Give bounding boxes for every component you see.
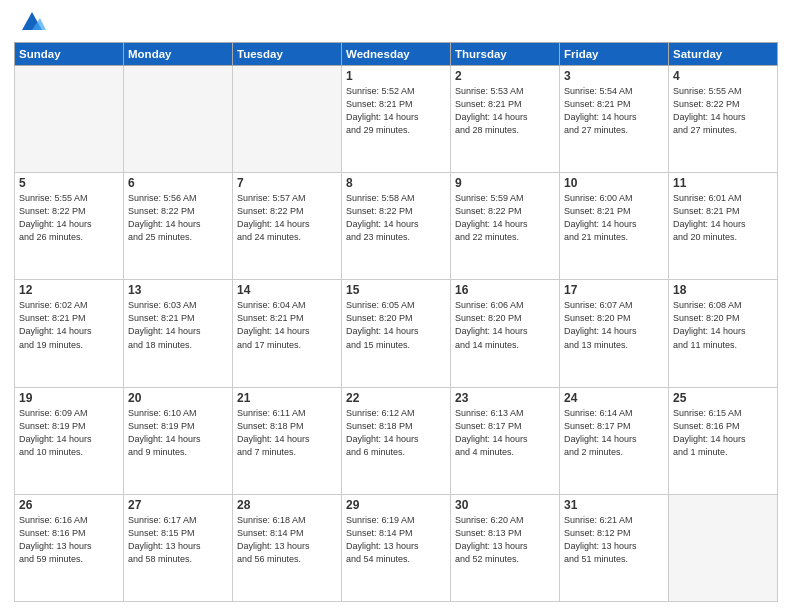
weekday-header-row: SundayMondayTuesdayWednesdayThursdayFrid… — [15, 43, 778, 66]
day-number: 21 — [237, 391, 337, 405]
day-info: Sunrise: 6:02 AM Sunset: 8:21 PM Dayligh… — [19, 299, 119, 351]
day-number: 7 — [237, 176, 337, 190]
day-number: 2 — [455, 69, 555, 83]
calendar-cell: 25Sunrise: 6:15 AM Sunset: 8:16 PM Dayli… — [669, 387, 778, 494]
calendar-cell: 6Sunrise: 5:56 AM Sunset: 8:22 PM Daylig… — [124, 173, 233, 280]
day-info: Sunrise: 6:07 AM Sunset: 8:20 PM Dayligh… — [564, 299, 664, 351]
day-info: Sunrise: 5:52 AM Sunset: 8:21 PM Dayligh… — [346, 85, 446, 137]
day-number: 25 — [673, 391, 773, 405]
calendar-week-1: 1Sunrise: 5:52 AM Sunset: 8:21 PM Daylig… — [15, 66, 778, 173]
calendar-cell: 14Sunrise: 6:04 AM Sunset: 8:21 PM Dayli… — [233, 280, 342, 387]
calendar-cell: 21Sunrise: 6:11 AM Sunset: 8:18 PM Dayli… — [233, 387, 342, 494]
calendar-cell: 11Sunrise: 6:01 AM Sunset: 8:21 PM Dayli… — [669, 173, 778, 280]
day-number: 14 — [237, 283, 337, 297]
calendar-cell: 23Sunrise: 6:13 AM Sunset: 8:17 PM Dayli… — [451, 387, 560, 494]
page: SundayMondayTuesdayWednesdayThursdayFrid… — [0, 0, 792, 612]
calendar-cell: 18Sunrise: 6:08 AM Sunset: 8:20 PM Dayli… — [669, 280, 778, 387]
calendar-cell — [124, 66, 233, 173]
day-info: Sunrise: 6:21 AM Sunset: 8:12 PM Dayligh… — [564, 514, 664, 566]
day-info: Sunrise: 6:05 AM Sunset: 8:20 PM Dayligh… — [346, 299, 446, 351]
day-number: 13 — [128, 283, 228, 297]
calendar-cell — [669, 494, 778, 601]
calendar-cell: 13Sunrise: 6:03 AM Sunset: 8:21 PM Dayli… — [124, 280, 233, 387]
weekday-header-saturday: Saturday — [669, 43, 778, 66]
day-number: 22 — [346, 391, 446, 405]
calendar-cell: 30Sunrise: 6:20 AM Sunset: 8:13 PM Dayli… — [451, 494, 560, 601]
logo-icon — [18, 8, 46, 36]
calendar-cell: 19Sunrise: 6:09 AM Sunset: 8:19 PM Dayli… — [15, 387, 124, 494]
calendar-cell: 7Sunrise: 5:57 AM Sunset: 8:22 PM Daylig… — [233, 173, 342, 280]
day-number: 17 — [564, 283, 664, 297]
weekday-header-monday: Monday — [124, 43, 233, 66]
day-info: Sunrise: 6:08 AM Sunset: 8:20 PM Dayligh… — [673, 299, 773, 351]
calendar-week-5: 26Sunrise: 6:16 AM Sunset: 8:16 PM Dayli… — [15, 494, 778, 601]
calendar-cell: 29Sunrise: 6:19 AM Sunset: 8:14 PM Dayli… — [342, 494, 451, 601]
day-number: 15 — [346, 283, 446, 297]
calendar-cell: 31Sunrise: 6:21 AM Sunset: 8:12 PM Dayli… — [560, 494, 669, 601]
day-number: 27 — [128, 498, 228, 512]
calendar-table: SundayMondayTuesdayWednesdayThursdayFrid… — [14, 42, 778, 602]
day-number: 5 — [19, 176, 119, 190]
day-number: 9 — [455, 176, 555, 190]
day-info: Sunrise: 5:57 AM Sunset: 8:22 PM Dayligh… — [237, 192, 337, 244]
day-number: 26 — [19, 498, 119, 512]
day-number: 3 — [564, 69, 664, 83]
day-number: 23 — [455, 391, 555, 405]
day-number: 12 — [19, 283, 119, 297]
calendar-cell: 3Sunrise: 5:54 AM Sunset: 8:21 PM Daylig… — [560, 66, 669, 173]
day-info: Sunrise: 6:09 AM Sunset: 8:19 PM Dayligh… — [19, 407, 119, 459]
weekday-header-tuesday: Tuesday — [233, 43, 342, 66]
calendar-cell — [15, 66, 124, 173]
day-number: 19 — [19, 391, 119, 405]
header — [14, 10, 778, 36]
day-number: 18 — [673, 283, 773, 297]
day-info: Sunrise: 5:58 AM Sunset: 8:22 PM Dayligh… — [346, 192, 446, 244]
calendar-cell: 5Sunrise: 5:55 AM Sunset: 8:22 PM Daylig… — [15, 173, 124, 280]
day-info: Sunrise: 5:55 AM Sunset: 8:22 PM Dayligh… — [673, 85, 773, 137]
day-number: 8 — [346, 176, 446, 190]
day-info: Sunrise: 6:03 AM Sunset: 8:21 PM Dayligh… — [128, 299, 228, 351]
day-number: 29 — [346, 498, 446, 512]
calendar-week-4: 19Sunrise: 6:09 AM Sunset: 8:19 PM Dayli… — [15, 387, 778, 494]
day-info: Sunrise: 6:06 AM Sunset: 8:20 PM Dayligh… — [455, 299, 555, 351]
day-info: Sunrise: 6:14 AM Sunset: 8:17 PM Dayligh… — [564, 407, 664, 459]
day-number: 24 — [564, 391, 664, 405]
calendar-week-3: 12Sunrise: 6:02 AM Sunset: 8:21 PM Dayli… — [15, 280, 778, 387]
calendar-cell: 24Sunrise: 6:14 AM Sunset: 8:17 PM Dayli… — [560, 387, 669, 494]
calendar-cell: 4Sunrise: 5:55 AM Sunset: 8:22 PM Daylig… — [669, 66, 778, 173]
day-info: Sunrise: 6:12 AM Sunset: 8:18 PM Dayligh… — [346, 407, 446, 459]
calendar-cell: 26Sunrise: 6:16 AM Sunset: 8:16 PM Dayli… — [15, 494, 124, 601]
day-number: 16 — [455, 283, 555, 297]
calendar-cell: 9Sunrise: 5:59 AM Sunset: 8:22 PM Daylig… — [451, 173, 560, 280]
day-number: 6 — [128, 176, 228, 190]
calendar-cell: 12Sunrise: 6:02 AM Sunset: 8:21 PM Dayli… — [15, 280, 124, 387]
calendar-cell: 22Sunrise: 6:12 AM Sunset: 8:18 PM Dayli… — [342, 387, 451, 494]
weekday-header-friday: Friday — [560, 43, 669, 66]
weekday-header-sunday: Sunday — [15, 43, 124, 66]
day-number: 1 — [346, 69, 446, 83]
day-info: Sunrise: 6:18 AM Sunset: 8:14 PM Dayligh… — [237, 514, 337, 566]
day-info: Sunrise: 6:16 AM Sunset: 8:16 PM Dayligh… — [19, 514, 119, 566]
calendar-cell: 28Sunrise: 6:18 AM Sunset: 8:14 PM Dayli… — [233, 494, 342, 601]
day-info: Sunrise: 6:20 AM Sunset: 8:13 PM Dayligh… — [455, 514, 555, 566]
day-info: Sunrise: 6:01 AM Sunset: 8:21 PM Dayligh… — [673, 192, 773, 244]
day-info: Sunrise: 5:53 AM Sunset: 8:21 PM Dayligh… — [455, 85, 555, 137]
day-info: Sunrise: 6:15 AM Sunset: 8:16 PM Dayligh… — [673, 407, 773, 459]
day-info: Sunrise: 5:56 AM Sunset: 8:22 PM Dayligh… — [128, 192, 228, 244]
weekday-header-thursday: Thursday — [451, 43, 560, 66]
calendar-cell: 17Sunrise: 6:07 AM Sunset: 8:20 PM Dayli… — [560, 280, 669, 387]
weekday-header-wednesday: Wednesday — [342, 43, 451, 66]
calendar-cell: 10Sunrise: 6:00 AM Sunset: 8:21 PM Dayli… — [560, 173, 669, 280]
calendar-week-2: 5Sunrise: 5:55 AM Sunset: 8:22 PM Daylig… — [15, 173, 778, 280]
logo — [14, 14, 46, 36]
calendar-cell — [233, 66, 342, 173]
day-number: 4 — [673, 69, 773, 83]
day-info: Sunrise: 6:00 AM Sunset: 8:21 PM Dayligh… — [564, 192, 664, 244]
day-info: Sunrise: 5:54 AM Sunset: 8:21 PM Dayligh… — [564, 85, 664, 137]
calendar-cell: 15Sunrise: 6:05 AM Sunset: 8:20 PM Dayli… — [342, 280, 451, 387]
calendar-cell: 8Sunrise: 5:58 AM Sunset: 8:22 PM Daylig… — [342, 173, 451, 280]
day-info: Sunrise: 6:17 AM Sunset: 8:15 PM Dayligh… — [128, 514, 228, 566]
day-info: Sunrise: 5:55 AM Sunset: 8:22 PM Dayligh… — [19, 192, 119, 244]
day-number: 20 — [128, 391, 228, 405]
day-info: Sunrise: 6:13 AM Sunset: 8:17 PM Dayligh… — [455, 407, 555, 459]
